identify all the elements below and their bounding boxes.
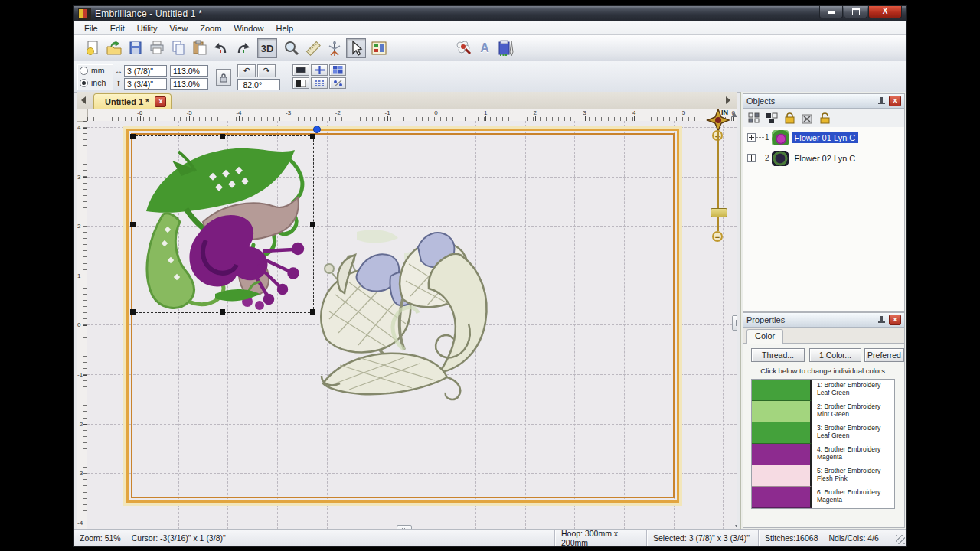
show-hoop-button[interactable] bbox=[292, 64, 309, 76]
unlock-all-icon[interactable] bbox=[801, 112, 813, 124]
tab-color[interactable]: Color bbox=[746, 329, 783, 344]
inch-radio[interactable] bbox=[80, 79, 88, 87]
grid-line bbox=[87, 127, 737, 128]
object-row[interactable]: 1Flower 01 Lyn C bbox=[743, 127, 904, 148]
color-swatch[interactable] bbox=[752, 401, 812, 422]
lock-icon[interactable] bbox=[783, 112, 795, 124]
expand-icon[interactable] bbox=[747, 154, 756, 162]
open-icon[interactable] bbox=[104, 38, 124, 58]
mm-radio[interactable] bbox=[80, 67, 88, 75]
tab-scroll-right-icon[interactable] bbox=[726, 96, 730, 104]
main-area: Untitled 1 * x -6-5-4-3-2-10123456 43210… bbox=[74, 92, 906, 530]
maximize-button[interactable] bbox=[844, 6, 867, 18]
object-row[interactable]: 2Flower 02 Lyn C bbox=[743, 148, 904, 168]
resize-grip[interactable] bbox=[896, 535, 905, 544]
handle-mid-left[interactable] bbox=[130, 222, 136, 227]
color-swatch[interactable] bbox=[752, 422, 812, 444]
menu-view[interactable]: View bbox=[164, 22, 194, 34]
properties-panel: Properties x Color Thread... 1 Color... … bbox=[743, 312, 905, 528]
menu-window[interactable]: Window bbox=[227, 22, 270, 34]
handle-bottom-center[interactable] bbox=[220, 309, 225, 315]
preferred-button[interactable]: Preferred bbox=[864, 348, 904, 362]
tab-scroll-left-icon[interactable] bbox=[81, 96, 86, 104]
color-swatch[interactable] bbox=[752, 444, 812, 465]
new-icon[interactable] bbox=[83, 38, 103, 58]
thread-button[interactable]: Thread... bbox=[751, 348, 805, 362]
color-swatch[interactable] bbox=[752, 465, 812, 487]
tile-windows-button[interactable] bbox=[329, 64, 346, 76]
unit-inch-option[interactable]: inch bbox=[77, 77, 113, 89]
lettering-icon[interactable]: A bbox=[475, 38, 495, 58]
undo-icon[interactable] bbox=[211, 38, 231, 58]
group-icon[interactable] bbox=[748, 112, 760, 124]
handle-bottom-left[interactable] bbox=[130, 309, 136, 315]
menu-utility[interactable]: Utility bbox=[131, 22, 164, 34]
pin-icon[interactable] bbox=[877, 315, 885, 324]
stitch-list-button[interactable] bbox=[311, 77, 328, 89]
zoom-grip[interactable] bbox=[710, 208, 727, 217]
height-scale-field[interactable]: 113.0% bbox=[170, 78, 208, 90]
print-icon[interactable] bbox=[147, 38, 167, 58]
pointer-tool-icon[interactable] bbox=[346, 38, 366, 58]
color-hint: Click below to change individual colors. bbox=[743, 367, 904, 375]
selection-box[interactable] bbox=[132, 135, 314, 313]
menu-zoom[interactable]: Zoom bbox=[194, 22, 227, 34]
rotate-left-button[interactable]: ↶ bbox=[237, 64, 256, 77]
color-swatch[interactable] bbox=[752, 380, 812, 401]
vertical-scroll-grip[interactable] bbox=[732, 315, 737, 331]
width-field[interactable]: 3 (7/8)" bbox=[124, 65, 167, 77]
lock-aspect-button[interactable] bbox=[216, 69, 231, 86]
pin-icon[interactable] bbox=[877, 96, 885, 106]
angle-field[interactable]: -82.0° bbox=[237, 79, 280, 90]
scroll-up-icon[interactable] bbox=[731, 112, 737, 117]
rotate-handle[interactable] bbox=[313, 126, 321, 133]
width-scale-field[interactable]: 113.0% bbox=[170, 65, 208, 77]
close-button[interactable]: X bbox=[868, 6, 902, 18]
copy-icon[interactable] bbox=[168, 38, 188, 58]
handle-top-right[interactable] bbox=[310, 134, 315, 139]
handle-mid-right[interactable] bbox=[310, 222, 315, 227]
menu-edit[interactable]: Edit bbox=[104, 22, 131, 34]
minimize-button[interactable] bbox=[819, 6, 843, 18]
design-flower-02[interactable] bbox=[312, 226, 496, 402]
lock-open-icon[interactable] bbox=[818, 112, 831, 124]
handle-top-left[interactable] bbox=[130, 134, 136, 139]
hruler-number: 4 bbox=[632, 109, 635, 116]
menu-help[interactable]: Help bbox=[270, 22, 300, 34]
measure-icon[interactable] bbox=[303, 38, 323, 58]
color-swatch[interactable] bbox=[752, 487, 812, 508]
object-label[interactable]: Flower 01 Lyn C bbox=[792, 132, 859, 143]
stitch-points-icon[interactable] bbox=[325, 38, 345, 58]
redo-icon[interactable] bbox=[233, 38, 253, 58]
save-icon[interactable] bbox=[126, 38, 145, 58]
one-color-button[interactable]: 1 Color... bbox=[809, 348, 861, 362]
tab-untitled-1[interactable]: Untitled 1 * x bbox=[93, 93, 172, 109]
paste-icon[interactable] bbox=[190, 38, 210, 58]
properties-close-icon[interactable]: x bbox=[889, 315, 901, 325]
design-notes-icon[interactable] bbox=[496, 38, 516, 58]
density-button[interactable] bbox=[329, 77, 346, 89]
color-label: 4: Brother EmbroideryMagenta bbox=[812, 444, 880, 465]
objects-panel-title: Objects bbox=[746, 96, 877, 106]
merge-design-icon[interactable] bbox=[453, 38, 473, 58]
contrast-view-button[interactable] bbox=[292, 77, 309, 89]
zoom-tool-icon[interactable] bbox=[282, 38, 302, 58]
handle-top-center[interactable] bbox=[220, 134, 225, 139]
height-field[interactable]: 3 (3/4)" bbox=[124, 78, 167, 90]
object-properties-icon[interactable] bbox=[369, 38, 389, 58]
objects-close-icon[interactable]: x bbox=[889, 96, 901, 106]
ungroup-icon[interactable] bbox=[766, 112, 778, 124]
tab-close-icon[interactable]: x bbox=[155, 96, 166, 107]
objects-panel-header: Objects x bbox=[743, 94, 904, 109]
rotate-right-button[interactable]: ↷ bbox=[257, 64, 276, 77]
objects-list: 1Flower 01 Lyn C2Flower 02 Lyn C bbox=[743, 127, 904, 311]
expand-icon[interactable] bbox=[747, 133, 756, 142]
object-label[interactable]: Flower 02 Lyn C bbox=[792, 153, 859, 164]
design-canvas[interactable] bbox=[87, 121, 737, 530]
menu-file[interactable]: File bbox=[78, 22, 104, 34]
handle-bottom-right[interactable] bbox=[310, 309, 315, 315]
unit-mm-option[interactable]: mm bbox=[77, 64, 113, 77]
center-design-button[interactable] bbox=[311, 64, 328, 76]
3d-view-button[interactable]: 3D bbox=[257, 38, 277, 58]
zoom-out-button[interactable]: − bbox=[712, 231, 723, 242]
